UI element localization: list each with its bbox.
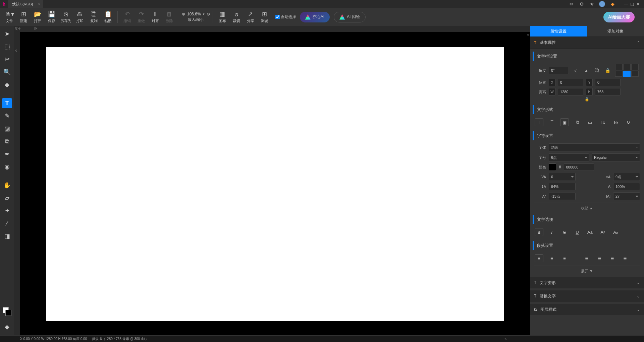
- copy-button[interactable]: ⿻复制: [87, 9, 101, 25]
- maximize-icon[interactable]: ▢: [629, 1, 635, 7]
- zoom-control[interactable]: ⊕ 106.6% ▾ ⊖ 放大/缩小: [182, 12, 210, 22]
- gradient-tool[interactable]: ◨: [2, 231, 12, 241]
- anchor-grid[interactable]: [615, 64, 639, 77]
- pos-x-input[interactable]: [558, 79, 583, 86]
- bold-button[interactable]: B: [535, 228, 543, 236]
- align-center-button[interactable]: ≡: [547, 254, 556, 262]
- tab-add-object[interactable]: 添加对象: [587, 26, 644, 37]
- gear-icon[interactable]: ⚙: [579, 1, 584, 7]
- tracking-select[interactable]: 27: [613, 192, 640, 200]
- anchor-tl[interactable]: [615, 64, 623, 70]
- ai-heart-button[interactable]: 亦心AI: [300, 12, 330, 22]
- chevron-down-icon[interactable]: ⌄: [637, 307, 640, 312]
- canvas-button[interactable]: ▦画布: [216, 9, 229, 25]
- zoom-in-icon[interactable]: ⊕: [182, 12, 185, 16]
- magic-wand-tool[interactable]: 🔍: [2, 67, 12, 77]
- underline-button[interactable]: U: [573, 228, 582, 236]
- section-layer-style[interactable]: fx 图层样式 ⌄: [530, 304, 644, 315]
- fill-tool[interactable]: ◆: [2, 80, 12, 90]
- crop-button[interactable]: ⟎裁切: [230, 9, 243, 25]
- width-input[interactable]: [558, 88, 583, 95]
- mail-icon[interactable]: ✉: [569, 1, 574, 7]
- background-color[interactable]: [5, 310, 11, 316]
- leading-select[interactable]: 9点: [613, 173, 640, 181]
- color-swatch[interactable]: [549, 163, 556, 171]
- close-icon[interactable]: ×: [38, 2, 40, 6]
- saveas-button[interactable]: ⎘另存为: [59, 9, 72, 25]
- help-icon[interactable]: ★: [589, 1, 594, 7]
- section-text-deform[interactable]: T 文字变形 ⌄: [530, 277, 644, 288]
- paste-button[interactable]: 📋粘贴: [101, 9, 115, 25]
- lasso-tool[interactable]: ✂: [2, 54, 12, 64]
- text-frame-icon[interactable]: ▭: [586, 118, 594, 126]
- auto-select-input[interactable]: [275, 15, 280, 19]
- healing-tool[interactable]: ✦: [2, 206, 12, 216]
- text-tc-icon[interactable]: Tc: [598, 118, 607, 126]
- share-button[interactable]: ↗分享: [244, 9, 257, 25]
- section-alt-text[interactable]: T 替换文字 ⌄: [530, 290, 644, 302]
- perspective-tool[interactable]: ▱: [2, 193, 12, 203]
- height-input[interactable]: [595, 88, 621, 95]
- chevron-down-icon[interactable]: ⌄: [637, 294, 640, 298]
- zoom-out-icon[interactable]: ⊖: [207, 12, 210, 16]
- superscript-button[interactable]: A²: [598, 228, 607, 236]
- vscale-input[interactable]: [549, 183, 576, 190]
- section-basic-attrs[interactable]: T 基本属性 ⌃: [530, 37, 644, 49]
- auto-select-checkbox[interactable]: 自动选择: [275, 14, 296, 19]
- tab-properties[interactable]: 属性设置: [530, 26, 587, 37]
- pen-tool[interactable]: ✒: [2, 149, 12, 159]
- font-select[interactable]: 幼圆: [549, 143, 640, 151]
- open-button[interactable]: 📂打开: [31, 9, 44, 25]
- minimize-icon[interactable]: —: [623, 1, 629, 7]
- document-tab[interactable]: 默认 6(RGB) ×: [8, 0, 43, 8]
- layers-icon[interactable]: ◆: [2, 322, 12, 332]
- print-button[interactable]: 🖶打印: [73, 9, 87, 25]
- justify-right-button[interactable]: ≣: [608, 254, 616, 262]
- align-right-button[interactable]: ≡: [560, 254, 569, 262]
- anchor-br[interactable]: [631, 71, 639, 77]
- copy-icon[interactable]: ⿻: [593, 67, 601, 74]
- align-left-button[interactable]: ≡: [535, 254, 543, 262]
- collapse-button[interactable]: 收起 ▲: [530, 204, 644, 212]
- move-tool[interactable]: ➤: [2, 29, 12, 39]
- subscript-button[interactable]: A₂: [611, 228, 620, 236]
- angle-input[interactable]: [549, 67, 569, 74]
- text-te-icon[interactable]: Te: [611, 118, 620, 126]
- status-scroll-indicator[interactable]: <: [504, 337, 506, 341]
- ai-flash-button[interactable]: AI 闪绘: [334, 12, 366, 22]
- baseline-input[interactable]: [549, 193, 576, 200]
- marquee-tool[interactable]: ⬚: [2, 42, 12, 52]
- justify-center-button[interactable]: ≣: [595, 254, 604, 262]
- panel-toggle-icon[interactable]: »: [527, 33, 529, 38]
- hscale-input[interactable]: [613, 183, 640, 190]
- ai-promo-button[interactable]: AI绘画大赛: [603, 12, 635, 22]
- chevron-down-icon[interactable]: ▾: [203, 12, 205, 16]
- undo-button[interactable]: ↶撤销: [120, 9, 134, 25]
- close-window-icon[interactable]: ✕: [635, 1, 641, 7]
- flip-h-icon[interactable]: ◁: [572, 67, 580, 74]
- link-wh-icon[interactable]: 🔒: [530, 96, 644, 102]
- premium-icon[interactable]: ◆: [610, 1, 615, 7]
- avatar[interactable]: [599, 1, 605, 7]
- delete-button[interactable]: 🗑删除: [163, 9, 176, 25]
- strikethrough-button[interactable]: S̶: [560, 228, 569, 236]
- flip-v-icon[interactable]: ▲: [582, 67, 590, 74]
- align-button[interactable]: ⫴对齐: [149, 9, 162, 25]
- redo-button[interactable]: ↷重做: [135, 9, 148, 25]
- new-button[interactable]: ⊞新建: [17, 9, 30, 25]
- anchor-bl[interactable]: [615, 71, 623, 77]
- color-hex-input[interactable]: [564, 163, 594, 171]
- lock-icon[interactable]: 🔒: [604, 67, 612, 74]
- text-path-icon[interactable]: ⧉: [573, 118, 582, 126]
- fontsize-select[interactable]: 6点: [549, 153, 589, 161]
- expand-button[interactable]: 展开 ▼: [530, 267, 644, 275]
- text-refresh-icon[interactable]: ↻: [624, 118, 633, 126]
- pos-y-input[interactable]: [595, 79, 621, 86]
- browse-button[interactable]: ⊞浏览: [258, 9, 271, 25]
- chevron-up-icon[interactable]: ⌃: [637, 41, 640, 45]
- justify-left-button[interactable]: ≣: [582, 254, 591, 262]
- fontweight-select[interactable]: Regular: [592, 153, 640, 161]
- clone-tool[interactable]: ⧉: [2, 136, 12, 146]
- text-vertical-icon[interactable]: ⟙: [547, 118, 556, 126]
- kerning-select[interactable]: 0: [549, 173, 576, 181]
